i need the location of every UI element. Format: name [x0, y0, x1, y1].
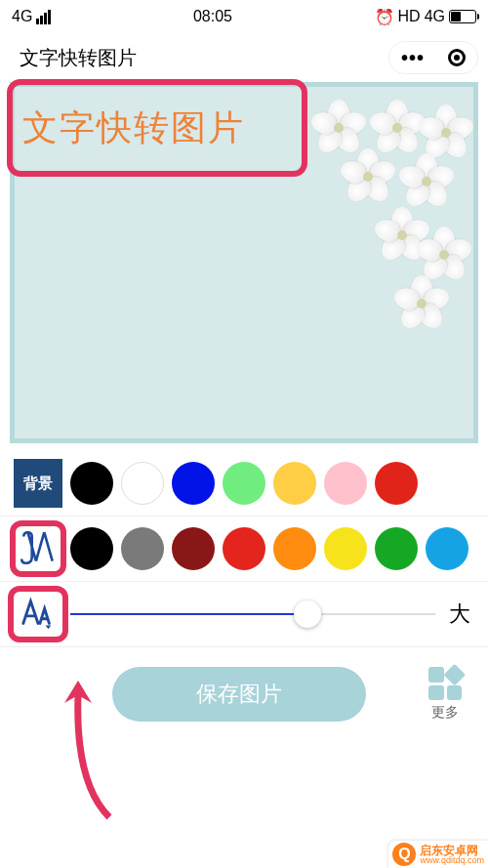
slider-thumb[interactable] — [294, 600, 321, 628]
miniprogram-actions: ••• — [388, 41, 478, 74]
font-size-row: 大 — [0, 582, 488, 647]
text-swatch-6[interactable] — [375, 527, 418, 570]
font-size-slider[interactable] — [70, 613, 435, 615]
more-label: 更多 — [431, 704, 459, 722]
background-label: 背景 — [14, 459, 62, 508]
close-icon[interactable] — [448, 49, 466, 66]
bg-swatch-5[interactable] — [324, 462, 367, 505]
size-max-label: 大 — [445, 599, 474, 629]
text-color-row — [0, 517, 488, 582]
more-icon — [428, 667, 462, 700]
text-swatch-5[interactable] — [324, 527, 367, 570]
watermark-cn: 启东安卓网 — [420, 845, 484, 856]
network-type-2: 4G — [425, 8, 445, 25]
font-size-button[interactable] — [14, 590, 62, 639]
network-type: 4G — [12, 8, 32, 25]
signal-icon — [36, 10, 51, 24]
text-swatch-2[interactable] — [172, 527, 215, 570]
font-style-button[interactable] — [14, 524, 62, 573]
watermark: Q 启东安卓网 www.qditdq.com — [388, 841, 488, 868]
text-swatch-7[interactable] — [426, 527, 468, 570]
watermark-logo: Q — [392, 843, 416, 866]
battery-icon — [449, 10, 476, 23]
font-size-icon — [20, 596, 57, 633]
status-bar: 4G 08:05 ⏰ HD 4G — [0, 0, 488, 33]
font-style-icon — [18, 528, 59, 569]
text-swatch-4[interactable] — [273, 527, 316, 570]
bg-swatch-3[interactable] — [223, 462, 265, 505]
text-swatch-0[interactable] — [70, 527, 113, 570]
watermark-url: www.qditdq.com — [420, 856, 484, 865]
bg-swatch-4[interactable] — [273, 462, 316, 505]
page-title: 文字快转图片 — [20, 45, 388, 71]
menu-icon[interactable]: ••• — [401, 47, 425, 69]
background-color-row: 背景 — [0, 451, 488, 517]
save-button[interactable]: 保存图片 — [112, 667, 366, 722]
image-canvas[interactable]: 文字快转图片 — [10, 82, 478, 443]
hd-indicator: HD — [398, 8, 421, 25]
text-swatch-1[interactable] — [121, 527, 164, 570]
bg-swatch-2[interactable] — [172, 462, 215, 505]
action-row: 保存图片 更多 — [0, 647, 488, 741]
bg-swatch-6[interactable] — [375, 462, 418, 505]
app-header: 文字快转图片 ••• — [0, 33, 488, 82]
flower-decoration — [303, 102, 473, 326]
text-swatch-3[interactable] — [223, 527, 265, 570]
clock: 08:05 — [193, 8, 232, 25]
bg-swatch-1[interactable] — [121, 462, 164, 505]
canvas-text: 文字快转图片 — [22, 104, 245, 152]
alarm-icon: ⏰ — [375, 8, 394, 26]
bg-swatch-0[interactable] — [70, 462, 113, 505]
more-button[interactable]: 更多 — [416, 667, 474, 722]
